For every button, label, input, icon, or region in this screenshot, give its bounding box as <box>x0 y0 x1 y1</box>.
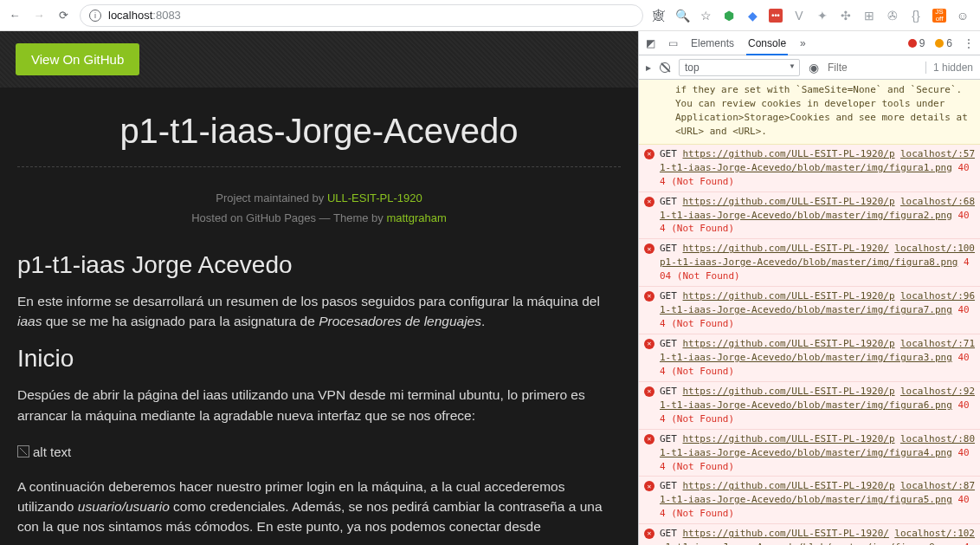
extension-icon[interactable]: ✦ <box>816 9 829 23</box>
console-error: ✕localhost/:68GET https://github.com/ULL… <box>639 192 980 240</box>
profile-avatar[interactable]: ☺ <box>956 9 970 23</box>
zoom-icon[interactable]: 🔍 <box>675 9 689 23</box>
extension-icon[interactable]: ✇ <box>886 9 899 23</box>
error-icon: ✕ <box>644 481 654 491</box>
console-error: ✕localhost/:87GET https://github.com/ULL… <box>639 477 980 524</box>
console-output: if they are set with `SameSite=None` and… <box>639 80 980 545</box>
hidden-count[interactable]: 1 hidden <box>925 62 973 74</box>
error-icon: ✕ <box>644 434 654 444</box>
url-text: localhost:8083 <box>108 9 181 22</box>
clear-console-icon[interactable] <box>660 62 670 73</box>
theme-link[interactable]: mattgraham <box>386 211 446 224</box>
context-selector[interactable]: top <box>679 59 800 76</box>
extension-icon[interactable]: ⊞ <box>862 9 876 23</box>
error-icon: ✕ <box>644 529 654 539</box>
filter-input[interactable] <box>828 62 861 74</box>
broken-image: alt text <box>17 444 71 459</box>
tab-more[interactable]: » <box>798 32 808 55</box>
console-toolbar: ▸ top ◉ 1 hidden <box>639 55 980 80</box>
device-toggle-icon[interactable]: ▭ <box>667 37 679 49</box>
translate-icon[interactable]: 🕸 <box>652 9 666 23</box>
error-icon: ✕ <box>644 291 654 302</box>
error-source-link[interactable]: localhost/:87 <box>900 479 975 493</box>
bookmark-icon[interactable]: ☆ <box>699 9 712 23</box>
error-source-link[interactable]: localhost/:96 <box>900 289 975 303</box>
error-icon: ✕ <box>644 149 654 159</box>
devtools-menu-icon[interactable]: ⋮ <box>963 37 975 49</box>
site-info-icon[interactable]: i <box>89 10 101 22</box>
error-icon: ✕ <box>644 243 654 254</box>
error-source-link[interactable]: localhost/:71 <box>900 337 975 351</box>
console-error: ✕localhost/:57GET https://github.com/ULL… <box>639 145 980 192</box>
extension-icon[interactable]: {} <box>909 9 923 23</box>
page-viewport: View On GitHub p1-t1-iaas-Jorge-Acevedo … <box>0 31 638 545</box>
error-icon: ✕ <box>644 386 654 397</box>
divider <box>17 166 621 167</box>
page-header: View On GitHub <box>0 31 638 88</box>
extension-icon[interactable]: JSoff <box>932 9 946 23</box>
console-error: ✕localhost/:100GET https://github.com/UL… <box>639 239 980 287</box>
error-source-link[interactable]: localhost/:68 <box>900 195 975 209</box>
console-error: ✕localhost/:92GET https://github.com/ULL… <box>639 382 980 430</box>
page-meta: Project maintained by ULL-ESIT-PL-1920 H… <box>17 188 621 229</box>
paragraph: En este informe se desarrollará un resum… <box>17 291 621 332</box>
error-source-link[interactable]: localhost/:102 <box>894 527 975 541</box>
error-count-badge[interactable]: 9 <box>908 37 925 49</box>
error-source-link[interactable]: localhost/:100 <box>894 242 975 256</box>
inspect-icon[interactable]: ◩ <box>644 37 656 49</box>
error-source-link[interactable]: localhost/:80 <box>900 432 975 446</box>
back-button[interactable]: ← <box>7 8 23 23</box>
error-icon: ✕ <box>644 197 654 207</box>
live-expression-icon[interactable]: ◉ <box>809 61 819 75</box>
warning-count-badge[interactable]: 6 <box>935 37 952 49</box>
tab-console[interactable]: Console <box>746 32 788 55</box>
paragraph: Despúes de abrir la página del iaas util… <box>17 385 621 425</box>
devtools-panel: ◩ ▭ Elements Console » 9 6 ⋮ ▸ top ◉ 1 h… <box>638 31 980 545</box>
reload-button[interactable]: ⟳ <box>55 8 71 23</box>
extension-icon[interactable]: ⬢ <box>722 9 736 23</box>
page-title: p1-t1-iaas-Jorge-Acevedo <box>17 112 621 151</box>
forward-button[interactable]: → <box>31 8 47 23</box>
toolbar-actions: 🕸 🔍 ☆ ⬢ ◆ ••• V ✦ ✣ ⊞ ✇ {} JSoff ☺ <box>652 9 973 23</box>
error-source-link[interactable]: localhost/:57 <box>900 147 975 161</box>
section-heading: p1-t1-iaas Jorge Acevedo <box>17 251 621 279</box>
console-error: ✕localhost/:71GET https://github.com/ULL… <box>639 334 980 382</box>
extension-icon[interactable]: V <box>792 9 806 23</box>
devtools-tabbar: ◩ ▭ Elements Console » 9 6 ⋮ <box>639 31 980 55</box>
console-error: ✕localhost/:80GET https://github.com/ULL… <box>639 430 980 477</box>
console-warning: if they are set with `SameSite=None` and… <box>639 80 980 145</box>
console-error: ✕localhost/:96GET https://github.com/ULL… <box>639 287 980 334</box>
paragraph: A continuación deberemos hacer nuestro p… <box>17 477 621 537</box>
section-heading: Inicio <box>17 345 621 373</box>
address-bar[interactable]: i localhost:8083 <box>80 4 643 27</box>
browser-toolbar: ← → ⟳ i localhost:8083 🕸 🔍 ☆ ⬢ ◆ ••• V ✦… <box>0 0 980 31</box>
console-error: ✕localhost/:102GET https://github.com/UL… <box>639 524 980 545</box>
view-on-github-button[interactable]: View On GitHub <box>16 43 139 75</box>
extension-icon[interactable]: ••• <box>769 9 783 23</box>
tab-elements[interactable]: Elements <box>689 32 736 55</box>
maintainer-link[interactable]: ULL-ESIT-PL-1920 <box>327 191 422 204</box>
extension-icon[interactable]: ✣ <box>839 9 853 23</box>
error-source-link[interactable]: localhost/:92 <box>900 385 975 399</box>
error-icon: ✕ <box>644 339 654 349</box>
extension-icon[interactable]: ◆ <box>745 9 759 23</box>
broken-image-icon <box>17 445 29 457</box>
console-sidebar-icon[interactable]: ▸ <box>646 62 651 74</box>
